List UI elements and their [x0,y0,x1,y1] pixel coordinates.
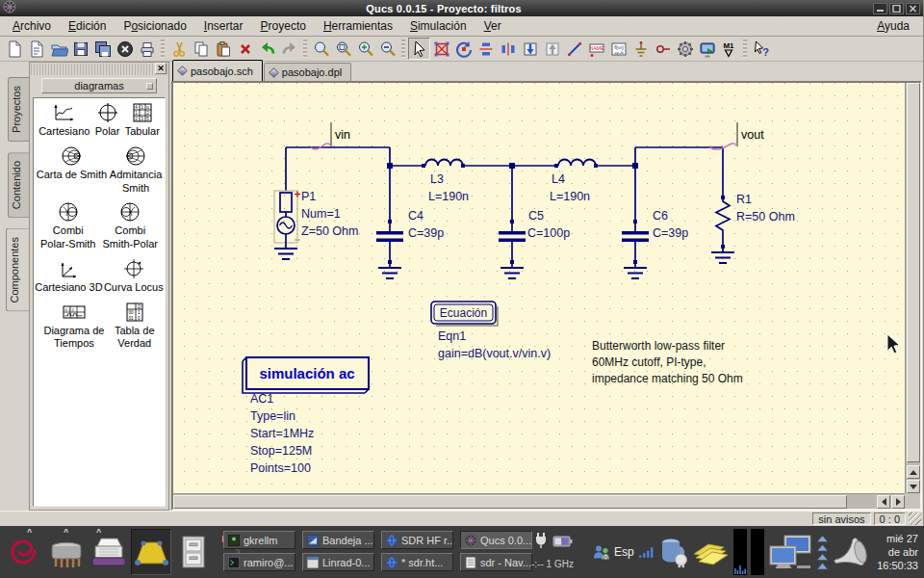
component-category-combobox[interactable]: diagramas [41,78,157,93]
capacitor-c4[interactable] [376,231,403,235]
select-button[interactable] [408,38,430,60]
new-file-button[interactable] [3,38,25,60]
titlebar[interactable]: Qucs 0.0.15 - Proyecto: filtros [0,0,923,16]
vscroll-up-icon[interactable] [907,465,920,479]
sidebar-tab-componentes[interactable]: Componentes [6,228,29,312]
load-meter-icon[interactable] [751,529,764,575]
task-button[interactable]: Linrad-0... [302,553,374,571]
notes-applet-icon[interactable] [693,538,730,566]
updates-applet-icon[interactable] [816,533,829,571]
capacitor-c5[interactable] [499,231,526,235]
vscroll-thumb[interactable] [907,83,920,462]
save-all-button[interactable] [91,38,114,60]
menu-simulación[interactable]: Simulación [401,17,475,35]
keyboard-layout-label[interactable]: Esp [614,545,634,559]
port-p1[interactable] [274,191,300,249]
ac-simulation-component[interactable]: simulación ac AC1 Type=lin Start=1MHz St… [243,357,369,475]
zoom-window-button[interactable] [332,38,354,60]
rotate-button[interactable] [452,38,475,60]
insert-label-button[interactable]: NAME [585,38,607,60]
diagram-item-cartesian[interactable]: Cartesiano [38,102,90,139]
diagram-item-timing-diagram[interactable]: 0 1 2Diagrama deTiempos [43,302,104,352]
diagram-item-smith[interactable]: Carta de Smith [37,145,107,182]
menu-ayuda[interactable]: Ayuda [867,17,919,35]
diagram-item-cartesian-3d[interactable]: Cartesiano 3D [35,258,102,295]
document-tab-pasobajo.sch[interactable]: pasobajo.sch [172,60,263,81]
insert-port-button[interactable] [652,38,674,60]
cut-button[interactable] [167,38,190,60]
zoom-out-button[interactable] [376,38,398,60]
dock-close-icon[interactable]: ✕ [155,63,167,74]
capacitor-c6[interactable] [622,231,649,235]
inductor-l3[interactable] [425,160,463,167]
diagram-item-tabular[interactable]: 41u12235Tabular [125,102,160,139]
cpu-frequency-applet[interactable]: -:-- 1 GHz [531,530,591,574]
pop-out-button[interactable] [541,38,563,60]
schematic-canvas[interactable]: vin vout P1 Num=1 Z=50 Ohm L3 L=190n [173,83,905,493]
hscroll-thumb[interactable] [173,495,847,509]
inductor-l4[interactable] [558,160,596,167]
displays-icon[interactable] [768,534,812,570]
diagram-item-combi-polar-smith[interactable]: CombiPolar-Smith [40,201,95,251]
menu-proyecto[interactable]: Proyecto [252,17,315,35]
redo-button[interactable] [278,38,300,60]
launcher-file-cabinet-icon[interactable] [173,529,214,575]
insert-equation-button[interactable]: f(ω)=y+b [607,38,629,60]
zoom-in-button[interactable] [354,38,376,60]
launcher-desktop-icon[interactable] [131,529,171,575]
save-button[interactable] [69,38,91,60]
menu-ver[interactable]: Ver [475,17,510,35]
mixer-applet-icon[interactable] [658,536,689,568]
dock-drag-handle[interactable] [31,64,167,75]
task-button[interactable]: SDR HF r... [381,531,453,549]
undo-button[interactable] [256,38,278,60]
close-file-button[interactable] [114,38,136,60]
mirror-y-button[interactable] [475,38,497,60]
document-tab-pasobajo.dpl[interactable]: pasobajo.dpl [264,63,351,81]
view-data-button[interactable] [696,38,718,60]
delete-button[interactable] [234,38,256,60]
launcher-debian-menu-icon[interactable] [4,529,44,575]
task-button[interactable]: gkrellm [223,531,295,549]
diagram-item-polar[interactable]: Polar [95,102,120,139]
deactivate-button[interactable] [430,38,452,60]
paste-button[interactable] [212,38,234,60]
wires[interactable] [286,147,723,268]
simulate-button[interactable] [674,38,696,60]
vertical-scrollbar[interactable] [905,83,920,493]
insert-ground-button[interactable] [629,38,652,60]
vscroll-down-icon[interactable] [907,480,920,493]
text-note[interactable]: Butterworth low-pass filter 60MHz cutoff… [592,339,743,385]
task-button[interactable]: sdr - Nav... [460,553,532,571]
mirror-x-button[interactable] [497,38,519,60]
whats-this-button[interactable]: ? [750,38,772,60]
diagram-item-curve-locus[interactable]: Curva Locus [104,258,164,295]
equation-component[interactable]: Ecuación Eqn1 gain=dB(vout.v/vin.v) [431,302,551,360]
maximize-button[interactable] [889,3,904,14]
signal-strength-icon[interactable] [638,545,654,559]
copy-button[interactable] [190,38,212,60]
menu-edición[interactable]: Edición [60,17,115,35]
push-into-button[interactable] [519,38,541,60]
resistor-r1[interactable] [716,197,730,234]
menu-herramientas[interactable]: Herramientas [315,17,401,35]
minimize-button[interactable] [873,3,887,14]
menu-insertar[interactable]: Insertar [195,17,252,35]
horizontal-scrollbar[interactable] [173,493,905,509]
open-file-button[interactable] [47,38,69,60]
zoom-fit-button[interactable] [310,38,332,60]
launcher-printer-icon[interactable] [89,529,129,575]
task-button[interactable]: Bandeja ... [302,531,374,549]
insert-wire-button[interactable] [563,38,585,60]
close-button[interactable] [906,3,920,14]
diagram-item-truth-table[interactable]: Q001010Tabla deVerdad [115,302,155,352]
menu-posicionado[interactable]: Posicionado [115,17,194,35]
sidebar-tab-contenido[interactable]: Contenido [8,152,29,218]
keyboard-layout-icon[interactable] [593,544,610,561]
menu-archivo[interactable]: Archivo [4,17,60,35]
hscroll-left-icon[interactable] [877,495,890,509]
hscroll-right-icon[interactable] [891,495,905,509]
print-button[interactable] [136,38,158,60]
volume-horn-icon[interactable] [833,536,871,568]
task-button[interactable]: * sdr.ht... [381,553,453,571]
